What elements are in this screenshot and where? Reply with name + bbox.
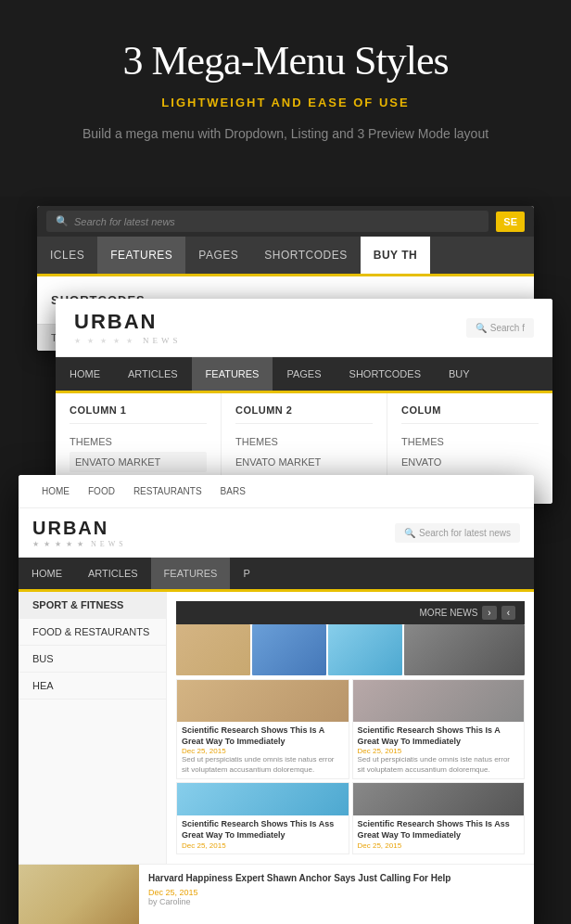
- article-content-3: Scientific Research Shows This Is Ass Gr…: [177, 815, 349, 853]
- article-content-4: Scientific Research Shows This Is Ass Gr…: [353, 815, 525, 853]
- article-img-3: [177, 783, 349, 815]
- urban-logo: URBAN: [74, 310, 182, 334]
- article-date-2: Dec 25, 2015: [358, 747, 520, 755]
- mega-item-themes-3[interactable]: THEMES: [401, 431, 539, 452]
- nav-menu-bar: ICLES FEATURES PAGES SHORTCODES BUY TH: [37, 237, 534, 274]
- featured-img: [19, 865, 139, 924]
- listing-main-p[interactable]: P: [230, 558, 262, 589]
- mega-col-1-title: COLUMN 1: [70, 404, 207, 424]
- mega-col-2-title: COLUMN 2: [235, 404, 373, 424]
- listing-main-features[interactable]: FEATURES: [151, 558, 231, 589]
- lmm-item-sport[interactable]: SPORT & FITNESS: [19, 592, 166, 619]
- listing-nav-food[interactable]: FOOD: [79, 475, 124, 507]
- search-input-mock[interactable]: 🔍 Search for latest news: [46, 211, 489, 232]
- image-strips: [176, 624, 525, 675]
- urban-nav-pages[interactable]: PAGES: [273, 357, 335, 391]
- articles-grid: Scientific Research Shows This Is A Grea…: [176, 679, 525, 854]
- nav-buy[interactable]: BUY TH: [361, 237, 430, 274]
- lmm-item-hea[interactable]: HEA: [19, 673, 166, 699]
- layer-middle: URBAN ★ ★ ★ ★ ★ NEWS 🔍 Search f: [56, 299, 552, 504]
- urban-nav-articles[interactable]: ARTICLES: [114, 357, 192, 391]
- lmm-item-food[interactable]: FOOD & RESTAURANTS: [19, 619, 166, 646]
- mega-item-envato-1[interactable]: ENVATO MARKET: [70, 452, 207, 472]
- nav-pages[interactable]: PAGES: [185, 237, 251, 274]
- article-img-2: [353, 680, 525, 722]
- star-2: ★: [87, 337, 98, 345]
- listing-main-nav: HOME ARTICLES FEATURES P: [19, 558, 534, 589]
- lst-star-2: ★: [44, 540, 54, 548]
- mega-item-envato-2[interactable]: ENVATO MARKET: [235, 452, 373, 472]
- search-icon-middle: 🔍: [476, 323, 487, 333]
- header-section: 3 Mega-Menu Styles LIGHTWEIGHT AND EASE …: [0, 0, 571, 197]
- search-button[interactable]: SE: [496, 212, 525, 232]
- listing-logo-sub: ★ ★ ★ ★ ★ NEWS: [32, 540, 127, 548]
- subtitle: LIGHTWEIGHT AND EASE OF USE: [19, 96, 552, 109]
- article-date-3: Dec 25, 2015: [182, 841, 344, 850]
- middle-search[interactable]: 🔍 Search f: [466, 318, 534, 338]
- listing-nav-home[interactable]: HOME: [32, 475, 79, 507]
- article-img-1: [177, 680, 349, 722]
- urban-nav-features[interactable]: FEATURES: [192, 357, 273, 391]
- mega-item-themes-2[interactable]: THEMES: [235, 431, 373, 452]
- urban-nav: HOME ARTICLES FEATURES PAGES SHORTCODES …: [56, 357, 552, 391]
- article-excerpt-2: Sed ut perspiciatis unde omnis iste natu…: [358, 755, 520, 775]
- lst-star-3: ★: [55, 540, 65, 548]
- article-card-4: Scientific Research Shows This Is Ass Gr…: [352, 782, 526, 853]
- listing-logo: URBAN: [32, 518, 127, 539]
- strip-img-3: [328, 624, 402, 675]
- urban-nav-shortcodes[interactable]: SHORTCODES: [336, 357, 435, 391]
- nav-features[interactable]: FEATURES: [97, 237, 185, 274]
- more-news-arrow[interactable]: ›: [482, 606, 496, 620]
- nav-icles[interactable]: ICLES: [37, 237, 97, 274]
- strip-img-2: [252, 624, 326, 675]
- search-row: 🔍 Search for latest news SE: [37, 206, 534, 237]
- mega-item-envato-3[interactable]: ENVATO: [401, 452, 539, 472]
- mega-col-3-title: COLUM: [401, 404, 539, 424]
- search-text-middle: Search f: [490, 323, 525, 333]
- urban-logo-sub: ★ ★ ★ ★ ★ NEWS: [74, 336, 182, 345]
- lst-star-1: ★: [32, 540, 43, 548]
- listing-logo-container: URBAN ★ ★ ★ ★ ★ NEWS: [32, 518, 127, 548]
- article-content-2: Scientific Research Shows This Is A Grea…: [353, 722, 525, 778]
- listing-search-text: Search for latest news: [419, 528, 511, 538]
- article-card-2: Scientific Research Shows This Is A Grea…: [352, 679, 526, 779]
- article-title-2: Scientific Research Shows This Is A Grea…: [358, 725, 520, 747]
- article-date-4: Dec 25, 2015: [358, 841, 520, 850]
- article-title-4: Scientific Research Shows This Is Ass Gr…: [358, 819, 520, 841]
- lmm-item-bus[interactable]: BUS: [19, 646, 166, 673]
- article-card-1: Scientific Research Shows This Is A Grea…: [176, 679, 349, 779]
- listing-search[interactable]: 🔍 Search for latest news: [395, 523, 520, 543]
- article-excerpt-1: Sed ut perspiciatis unde omnis iste natu…: [182, 755, 344, 775]
- mega-item-themes-1[interactable]: THEMES: [70, 431, 207, 452]
- article-date-1: Dec 25, 2015: [182, 747, 344, 755]
- star-4: ★: [113, 337, 124, 345]
- article-img-4: [353, 783, 525, 815]
- star-5: ★: [126, 337, 137, 345]
- urban-nav-buy[interactable]: BUY: [435, 357, 484, 391]
- article-card-3: Scientific Research Shows This Is Ass Gr…: [176, 782, 349, 853]
- urban-header: URBAN ★ ★ ★ ★ ★ NEWS 🔍 Search f: [56, 299, 552, 357]
- listing-main-home[interactable]: HOME: [19, 558, 75, 589]
- featured-author: by Caroline: [148, 897, 525, 906]
- article-title-1: Scientific Research Shows This Is A Grea…: [182, 725, 344, 747]
- star-1: ★: [74, 337, 85, 345]
- article-content-1: Scientific Research Shows This Is A Grea…: [177, 722, 349, 778]
- listing-main-articles[interactable]: ARTICLES: [75, 558, 151, 589]
- featured-section: Harvard Happiness Expert Shawn Anchor Sa…: [19, 864, 534, 924]
- more-news-text: MORE NEWS: [420, 608, 478, 618]
- featured-title: Harvard Happiness Expert Shawn Anchor Sa…: [148, 872, 525, 885]
- search-placeholder: Search for latest news: [74, 216, 175, 227]
- lmm-left: SPORT & FITNESS FOOD & RESTAURANTS BUS H…: [19, 592, 167, 864]
- layer-front: HOME FOOD RESTAURANTS BARS URBAN ★ ★ ★ ★: [19, 475, 534, 924]
- listing-nav-restaurants[interactable]: RESTAURANTS: [124, 475, 211, 507]
- listing-nav-top: HOME FOOD RESTAURANTS BARS: [19, 475, 534, 508]
- star-3: ★: [100, 337, 111, 345]
- strip-img-1: [176, 624, 250, 675]
- more-news-arrow2[interactable]: ‹: [501, 606, 515, 620]
- nav-shortcodes[interactable]: SHORTCODES: [251, 237, 360, 274]
- urban-nav-home[interactable]: HOME: [56, 357, 114, 391]
- lst-star-4: ★: [66, 540, 76, 548]
- main-title: 3 Mega-Menu Styles: [19, 37, 552, 84]
- listing-header-row: URBAN ★ ★ ★ ★ ★ NEWS 🔍 Search for latest…: [19, 508, 534, 558]
- listing-nav-bars[interactable]: BARS: [211, 475, 255, 507]
